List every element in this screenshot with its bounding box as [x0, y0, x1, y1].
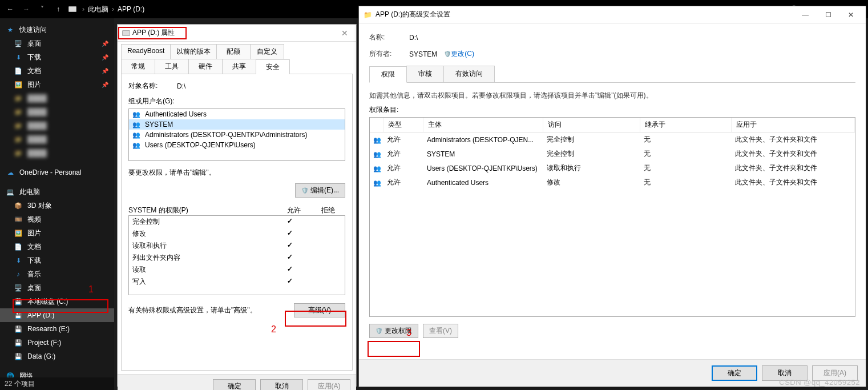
document-icon: 📄 [14, 67, 23, 75]
sidebar-3d-objects[interactable]: 📦3D 对象 [0, 199, 114, 212]
col-principal[interactable]: 主体 [423, 118, 543, 132]
sidebar-pictures2[interactable]: 🖼️图片 [0, 226, 114, 240]
sidebar-desktop2[interactable]: 🖥️桌面 [0, 281, 114, 295]
picture-icon: 🖼️ [14, 229, 23, 237]
props-titlebar[interactable]: APP (D:) 属性 ✕ [118, 25, 356, 42]
col-type[interactable]: 类型 [383, 118, 423, 132]
watermark: CSDN @qq_42059252 [779, 378, 860, 387]
close-icon[interactable]: ✕ [338, 29, 352, 38]
nav-recent-icon[interactable]: ˅ [37, 3, 48, 15]
tab-tools[interactable]: 工具 [155, 59, 189, 74]
tab-sharing[interactable]: 共享 [222, 59, 256, 74]
users-icon [373, 150, 382, 158]
close-icon[interactable]: ✕ [839, 7, 862, 23]
breadcrumb-leaf[interactable]: APP (D:) [118, 5, 144, 13]
adv-tab-permissions[interactable]: 权限 [369, 66, 407, 83]
sidebar-music[interactable]: ♪音乐 [0, 267, 114, 281]
permission-row[interactable]: 读取和执行 [129, 240, 345, 252]
allow-header: 允许 [277, 206, 311, 215]
sidebar-network[interactable]: 🌐网络 [0, 369, 114, 377]
drive-icon: 💾 [14, 311, 23, 319]
adv-titlebar[interactable]: APP (D:)的高级安全设置 — ☐ ✕ [359, 6, 866, 23]
group-item[interactable]: SYSTEM [129, 119, 345, 130]
sidebar-downloads[interactable]: ⬇下载📌 [0, 50, 114, 64]
sidebar-documents2[interactable]: 📄文档 [0, 240, 114, 254]
permission-row[interactable]: 读取 [129, 264, 345, 276]
drive-icon: 💾 [14, 339, 23, 347]
apply-button[interactable]: 应用(A) [308, 379, 350, 390]
table-row[interactable]: 允许SYSTEM完全控制无此文件夹、子文件夹和文件 [370, 147, 855, 161]
col-inherit[interactable]: 继承于 [640, 118, 732, 132]
adv-tab-effective[interactable]: 有效访问 [443, 66, 495, 82]
permission-row[interactable]: 列出文件夹内容 [129, 252, 345, 264]
owner-change-link[interactable]: 更改(C) [451, 49, 474, 59]
sidebar-blurred[interactable]: 📁████ [0, 132, 114, 146]
permission-row[interactable]: 修改 [129, 228, 345, 240]
check-icon [287, 253, 293, 261]
groups-list[interactable]: Authenticated UsersSYSTEMAdministrators … [128, 108, 345, 161]
minimize-icon[interactable]: — [794, 7, 817, 23]
advanced-button[interactable]: 高级(V) [294, 303, 345, 317]
sidebar-documents[interactable]: 📄文档📌 [0, 64, 114, 78]
col-access[interactable]: 访问 [543, 118, 640, 132]
sidebar-onedrive[interactable]: ☁OneDrive - Personal [0, 166, 114, 179]
props-tabs: ReadyBoost 以前的版本 配额 自定义 常规 工具 硬件 共享 安全 [118, 42, 356, 74]
group-item[interactable]: Authenticated Users [129, 109, 345, 119]
folder-icon: 📁 [14, 108, 23, 116]
permission-row[interactable]: 完全控制 [129, 216, 345, 228]
table-row[interactable]: 允许Administrators (DESKTOP-QJEN...完全控制无此文… [370, 132, 855, 147]
sidebar-data-g[interactable]: 💾Data (G:) [0, 349, 114, 363]
nav-up-icon[interactable]: ↑ [53, 3, 64, 15]
permission-entries-table[interactable]: 类型 主体 访问 继承于 应用于 允许Administrators (DESKT… [369, 117, 855, 317]
sidebar-local-c[interactable]: 💾本地磁盘 (C:) [0, 295, 114, 308]
sidebar-downloads2[interactable]: ⬇下载 [0, 254, 114, 267]
nav-back-icon[interactable]: ← [5, 3, 16, 15]
ok-button[interactable]: 确定 [213, 379, 256, 390]
group-item[interactable]: Users (DESKTOP-QJENTKP\Users) [129, 140, 345, 150]
folder-icon: 📁 [14, 135, 23, 143]
cube-icon: 📦 [14, 202, 23, 210]
tab-quota[interactable]: 配额 [216, 44, 251, 59]
col-apply[interactable]: 应用于 [732, 118, 855, 132]
tab-previous-versions[interactable]: 以前的版本 [170, 44, 217, 59]
tab-security[interactable]: 安全 [256, 59, 290, 74]
sidebar-pictures[interactable]: 🖼️图片📌 [0, 78, 114, 91]
sidebar-this-pc[interactable]: 💻此电脑 [0, 185, 114, 199]
nav-forward-icon[interactable]: → [21, 3, 32, 15]
shield-icon [301, 187, 308, 194]
sidebar-blurred[interactable]: 📁████ [0, 105, 114, 119]
drive-icon [68, 6, 76, 12]
tab-hardware[interactable]: 硬件 [188, 59, 223, 74]
users-icon [132, 141, 142, 149]
owner-label: 所有者: [369, 49, 409, 59]
sidebar-blurred[interactable]: 📁████ [0, 146, 114, 160]
adv-tab-audit[interactable]: 审核 [406, 66, 444, 82]
sidebar-project-f[interactable]: 💾Project (F:) [0, 336, 114, 349]
table-row[interactable]: 允许Users (DESKTOP-QJENTKP\Users)读取和执行无此文件… [370, 161, 855, 175]
maximize-icon[interactable]: ☐ [817, 7, 839, 23]
shield-icon [376, 328, 382, 334]
table-header: 类型 主体 访问 继承于 应用于 [370, 118, 855, 132]
cancel-button[interactable]: 取消 [260, 379, 303, 390]
view-button[interactable]: 查看(V) [423, 324, 458, 338]
users-icon [373, 136, 382, 144]
breadcrumb-root[interactable]: 此电脑 [88, 5, 108, 14]
breadcrumb[interactable]: › 此电脑 › APP (D:) [68, 5, 144, 14]
tab-custom[interactable]: 自定义 [250, 44, 284, 59]
sidebar-blurred[interactable]: 📁████ [0, 91, 114, 105]
edit-button[interactable]: 编辑(E)... [295, 183, 345, 198]
ok-button[interactable]: 确定 [712, 365, 757, 381]
tab-readyboost[interactable]: ReadyBoost [121, 44, 171, 59]
sidebar-quick-access[interactable]: ★快速访问 [0, 23, 114, 37]
group-item[interactable]: Administrators (DESKTOP-QJENTKP\Administ… [129, 130, 345, 140]
change-permissions-button[interactable]: 更改权限 [369, 324, 418, 338]
tab-general[interactable]: 常规 [121, 59, 155, 74]
table-row[interactable]: 允许Authenticated Users修改无此文件夹、子文件夹和文件 [370, 175, 855, 190]
sidebar-app-d[interactable]: 💾APP (D:) [0, 308, 114, 322]
sidebar-videos[interactable]: 🎞️视频 [0, 212, 114, 226]
sidebar-blurred[interactable]: 📁████ [0, 119, 114, 132]
sidebar-research-e[interactable]: 💾Research (E:) [0, 322, 114, 336]
permission-row[interactable]: 写入 [129, 276, 345, 288]
permissions-list[interactable]: 完全控制修改读取和执行列出文件夹内容读取写入 [128, 215, 345, 295]
sidebar-desktop[interactable]: 🖥️桌面📌 [0, 37, 114, 50]
